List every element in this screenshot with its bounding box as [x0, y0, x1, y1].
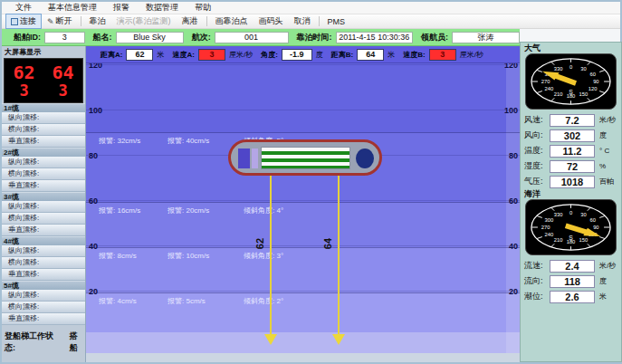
drift-row-2-3[interactable]: 垂直漂移:	[2, 180, 85, 192]
speed-a-unit: 厘米/秒	[229, 50, 253, 60]
voyage-label: 航次:	[192, 32, 211, 43]
disconnect-icon: ✎	[47, 18, 54, 25]
current-speed-label: 流速:	[524, 260, 550, 272]
distance-b-label: 距离B:	[331, 50, 353, 60]
current-direction-value: 118	[550, 275, 595, 288]
humidity-label: 湿度:	[524, 160, 550, 172]
drift-row-3-2[interactable]: 横向漂移:	[2, 213, 85, 225]
wind-speed-label: 风速:	[524, 114, 550, 126]
measure-line-a	[270, 176, 272, 336]
mooring-section-header-1: 1#缆	[2, 103, 85, 112]
toolbar-button-label: 离港	[182, 15, 198, 27]
svg-text:S: S	[569, 89, 573, 95]
drift-row-3-1[interactable]: 纵向漂移:	[2, 201, 85, 213]
drift-row-5-3[interactable]: 垂直漂移:	[2, 313, 85, 325]
toolbar-separator	[319, 16, 320, 26]
toolbar-button-demo-berth-monitor: 演示(靠泊监测)	[111, 14, 177, 29]
drift-row-1-3[interactable]: 垂直漂移:	[2, 136, 85, 148]
alarm-tilt-label: 倾斜角度: 2°	[244, 296, 283, 306]
led-distance-display: 626433	[4, 58, 83, 103]
ocean-readings: 流速:2.4米/秒流向:118度潮位:2.6米	[524, 258, 617, 304]
toolbar-button-connect[interactable]: 连接	[5, 14, 42, 29]
svg-text:60: 60	[589, 72, 595, 77]
distance-a-label: 距离A:	[100, 50, 122, 60]
toolbar-separator	[206, 16, 207, 26]
drift-row-4-3[interactable]: 垂直漂移:	[2, 269, 85, 281]
ship-name-field[interactable]: Blue Sky	[116, 32, 184, 43]
drift-row-2-2[interactable]: 横向漂移:	[2, 168, 85, 180]
mooring-section-header-4: 4#缆	[2, 236, 85, 245]
menu-item-help[interactable]: 帮助	[187, 2, 219, 14]
wind-direction-row: 风向:302度	[524, 128, 617, 143]
toolbar-button-berth[interactable]: 靠泊	[84, 14, 111, 29]
alarm-threshold-line: 报警: 16cm/s报警: 20cm/s倾斜角度: 4°	[86, 202, 520, 216]
drift-row-1-1[interactable]: 纵向漂移:	[2, 112, 85, 124]
tide-level-row: 潮位:2.6米	[524, 289, 617, 304]
svg-text:210: 210	[554, 91, 563, 97]
drift-row-3-3[interactable]: 垂直漂移:	[2, 225, 85, 236]
mooring-section-header-3: 3#缆	[2, 192, 85, 201]
drift-row-1-2[interactable]: 横向漂移:	[2, 124, 85, 136]
wind-direction-label: 风向:	[524, 129, 550, 141]
voyage-field[interactable]: 001	[215, 32, 289, 43]
alarm-speed-b-label: 报警: 10cm/s	[167, 251, 244, 261]
led-value: 3	[58, 83, 67, 99]
pilot-field[interactable]: 张涛	[452, 32, 520, 43]
svg-text:30: 30	[580, 212, 586, 217]
drift-row-2-1[interactable]: 纵向漂移:	[2, 157, 85, 168]
svg-text:30: 30	[580, 66, 586, 72]
toolbar-button-label: 断开	[56, 15, 72, 27]
toolbar-button-draw-dock[interactable]: 画码头	[254, 14, 289, 29]
toolbar-button-disconnect[interactable]: ✎断开	[42, 14, 78, 29]
mooring-sections: 1#缆纵向漂移:横向漂移:垂直漂移:2#缆纵向漂移:横向漂移:垂直漂移:3#缆纵…	[2, 103, 85, 325]
alarm-tilt-label: 倾斜角度: 4°	[244, 206, 283, 216]
menu-bar: 文件基本信息管理报警数据管理帮助	[2, 2, 620, 14]
menu-item-file[interactable]: 文件	[7, 2, 40, 14]
drift-row-4-1[interactable]: 纵向漂移:	[2, 245, 85, 257]
ruler-value-left: 100	[89, 106, 102, 115]
distance-a-value: 62	[126, 49, 153, 61]
speed-b-unit: 厘米/秒	[460, 50, 483, 60]
berth-time-label: 靠泊时间:	[297, 32, 332, 43]
drift-row-5-2[interactable]: 横向漂移:	[2, 302, 85, 313]
speed-b-label: 速度B:	[403, 50, 425, 60]
svg-text:0: 0	[569, 210, 572, 216]
measure-distance-label-a: 62	[254, 238, 265, 249]
ship-name-label: 船名:	[93, 32, 112, 43]
toolbar-button-draw-berth-point[interactable]: 画靠泊点	[210, 14, 254, 29]
menu-item-alarm[interactable]: 报警	[105, 2, 138, 14]
current-compass-gauge: 0306090120150180210240270300330S	[525, 199, 617, 255]
tide-level-value: 2.6	[550, 291, 595, 303]
distance-b-value: 64	[357, 49, 384, 61]
temperature-label: 温度:	[524, 145, 550, 157]
ship-id-field[interactable]: 3	[44, 32, 85, 43]
ship-top-view	[228, 139, 382, 176]
toolbar-button-cancel[interactable]: 取消	[289, 14, 316, 29]
ruler-gridline	[86, 64, 520, 65]
led-value: 3	[19, 83, 28, 99]
drift-row-4-2[interactable]: 横向漂移:	[2, 257, 85, 269]
temperature-value: 11.2	[550, 145, 595, 158]
ruler-gridline	[86, 200, 520, 201]
svg-text:90: 90	[593, 79, 598, 84]
left-sidebar: 大屏幕显示 626433 1#缆纵向漂移:横向漂移:垂直漂移:2#缆纵向漂移:横…	[2, 46, 86, 362]
current-direction-label: 流向:	[524, 275, 550, 287]
menu-item-basic-info-mgmt[interactable]: 基本信息管理	[40, 2, 105, 14]
speed-b-value: 3	[429, 49, 456, 61]
toolbar-button-pms[interactable]: PMS	[322, 15, 351, 28]
weather-panel-title: 大气	[524, 43, 617, 53]
canvas-band	[86, 63, 520, 132]
angle-unit: 度	[316, 50, 323, 60]
menu-item-data-mgmt[interactable]: 数据管理	[138, 2, 187, 14]
berth-time-field[interactable]: 2011-4-15 10:30:36	[336, 32, 413, 43]
led-value: 62	[13, 63, 34, 81]
svg-text:270: 270	[541, 225, 550, 230]
svg-text:210: 210	[554, 237, 563, 243]
app-window: 文件基本信息管理报警数据管理帮助 连接✎断开靠泊演示(靠泊监测)离港画靠泊点画码…	[0, 0, 622, 364]
alarm-tilt-label: 倾斜角度: 3°	[244, 251, 283, 261]
alarm-speed-b-label: 报警: 20cm/s	[167, 206, 244, 216]
toolbar-button-depart[interactable]: 离港	[177, 14, 204, 29]
led-value: 64	[52, 63, 73, 81]
ship-superstructure	[252, 148, 258, 168]
drift-row-5-1[interactable]: 纵向漂移:	[2, 290, 85, 302]
